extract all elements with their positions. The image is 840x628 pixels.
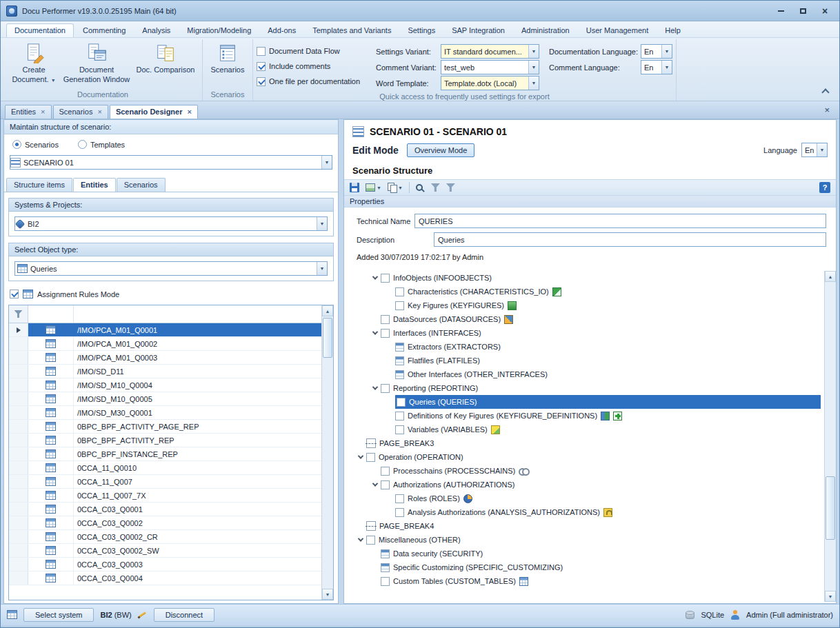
- ribbon-tab-administration[interactable]: Administration: [514, 24, 577, 37]
- tree-item-roles-roles[interactable]: Roles (ROLES): [348, 492, 823, 505]
- ribbon-tab-settings[interactable]: Settings: [400, 24, 443, 37]
- checkbox-icon[interactable]: [10, 290, 19, 298]
- ribbon-tab-user-management[interactable]: User Management: [579, 24, 657, 37]
- scroll-down-icon[interactable]: ▼: [825, 591, 836, 602]
- expander-icon[interactable]: [370, 331, 381, 335]
- comment-variant-combo[interactable]: test_web▼: [441, 60, 539, 74]
- documentation-language-combo[interactable]: En▼: [641, 44, 672, 59]
- table-row[interactable]: /IMO/SD_M10_Q0004: [9, 378, 321, 392]
- disconnect-button[interactable]: Disconnect: [154, 608, 214, 622]
- checkbox-icon[interactable]: [395, 287, 404, 296]
- expander-icon[interactable]: [370, 276, 381, 280]
- table-row[interactable]: 0CCA_C03_Q0002_SW: [9, 544, 321, 558]
- checkbox-icon[interactable]: [366, 453, 375, 462]
- tree-item-operation-operation[interactable]: Operation (OPERATION): [348, 450, 823, 464]
- chevron-down-icon[interactable]: ▼: [661, 61, 672, 74]
- ribbon-tab-sap-integration[interactable]: SAP Integration: [444, 24, 512, 37]
- assignment-rules-checkbox[interactable]: Assignment Rules Mode: [8, 287, 334, 305]
- left-tab-entities[interactable]: Entities: [73, 178, 116, 192]
- language-combo[interactable]: En ▼: [801, 143, 828, 157]
- table-row[interactable]: /IMO/SD_M10_Q0005: [9, 392, 321, 406]
- minimize-button[interactable]: [774, 6, 787, 17]
- close-tab-icon[interactable]: ×: [41, 108, 45, 116]
- tree-item-data-security-security[interactable]: Data security (SECURITY): [348, 547, 823, 560]
- left-tab-scenarios[interactable]: Scenarios: [117, 178, 166, 192]
- checkbox-icon[interactable]: [381, 329, 390, 338]
- search-icon[interactable]: [416, 184, 423, 191]
- tree-item-other-interfaces-other-interfaces[interactable]: Other Interfaces (OTHER_INTERFACES): [348, 367, 823, 381]
- table-row[interactable]: /IMO/SD_D11: [9, 365, 321, 378]
- checkbox-icon[interactable]: [381, 315, 390, 324]
- close-button[interactable]: ×: [819, 6, 831, 17]
- checkbox-icon[interactable]: [381, 384, 390, 393]
- checkbox-icon[interactable]: [395, 425, 404, 434]
- ribbon-tab-documentation[interactable]: Documentation: [6, 23, 74, 37]
- help-icon[interactable]: ?: [819, 182, 830, 193]
- tree-item-reporting-reporting[interactable]: Reporting (REPORTING): [348, 381, 823, 395]
- checkbox-icon[interactable]: [257, 62, 266, 71]
- scroll-down-icon[interactable]: ▼: [322, 589, 333, 600]
- filter-icon[interactable]: [431, 183, 440, 192]
- radio-scenarios[interactable]: Scenarios: [12, 140, 59, 149]
- tree-item-processchains-processchains[interactable]: Processchains (PROCESSCHAINS): [348, 464, 823, 478]
- word-template-combo[interactable]: Template.dotx (Local)▼: [441, 76, 539, 90]
- checkbox-icon[interactable]: [381, 274, 390, 283]
- table-row[interactable]: /IMO/SD_M30_Q0001: [9, 406, 321, 420]
- checkbox-icon[interactable]: [381, 577, 390, 586]
- chevron-down-icon[interactable]: ▼: [321, 156, 332, 169]
- table-row[interactable]: 0BPC_BPF_ACTIVITY_REP: [9, 434, 321, 447]
- chevron-down-icon[interactable]: ▼: [317, 262, 327, 275]
- tree-item-definitions-of-key-figures-keyfigure-definitions[interactable]: Definitions of Key Figures (KEYFIGURE_DE…: [348, 409, 823, 423]
- scenarios-button[interactable]: Scenarios: [206, 41, 249, 77]
- radio-icon[interactable]: [78, 140, 87, 149]
- radio-icon[interactable]: [12, 140, 21, 149]
- collapse-ribbon-chevron-icon[interactable]: [821, 88, 829, 96]
- ribbon-checkbox-document-data-flow[interactable]: Document Data Flow: [257, 43, 370, 59]
- tree-item-infoobjects-infoobjects[interactable]: InfoObjects (INFOOBJECTS): [348, 271, 823, 285]
- tree-item-flatfiles-flatfiles[interactable]: Flatfiles (FLATFILES): [348, 354, 823, 367]
- export-image-button[interactable]: ▼: [366, 183, 381, 192]
- document-tab-scenario-designer[interactable]: Scenario Designer×: [110, 105, 198, 119]
- tree-item-specific-customizing-specific-customizing[interactable]: Specific Customizing (SPECIFIC_CUSTOMIZI…: [348, 560, 823, 574]
- table-row[interactable]: 0CCA_C03_Q0002: [9, 516, 321, 530]
- tree-item-analysis-authorizations-analysis-authorizations[interactable]: Analysis Authorizations (ANALYSIS_AUTHOR…: [348, 505, 823, 519]
- panel-close-icon[interactable]: ×: [819, 105, 835, 117]
- description-field[interactable]: [434, 232, 826, 247]
- tree-item-authorizations-authorizations[interactable]: Authorizations (AUTHORIZATIONS): [348, 478, 823, 492]
- doc-comparison-button[interactable]: Doc. Comparison: [132, 41, 199, 77]
- expander-icon[interactable]: [355, 455, 366, 459]
- close-tab-icon[interactable]: ×: [97, 108, 101, 116]
- checkbox-icon[interactable]: [397, 398, 406, 407]
- expander-icon[interactable]: [355, 538, 366, 542]
- chevron-down-icon[interactable]: ▼: [817, 143, 827, 156]
- checkbox-icon[interactable]: [381, 467, 390, 476]
- tree-item-custom-tables-custom-tables[interactable]: Custom Tables (CUSTOM_TABLES): [348, 574, 823, 588]
- system-combo[interactable]: BI2 ▼: [14, 216, 328, 231]
- document-generation-window-button[interactable]: Document Generation Window: [61, 41, 132, 87]
- tree-item-queries-queries[interactable]: Queries (QUERIES): [348, 395, 823, 409]
- tree-item-extractors-extractors[interactable]: Extractors (EXTRACTORS): [348, 340, 823, 354]
- table-row[interactable]: /IMO/PCA_M01_Q0001: [9, 323, 321, 337]
- clear-filter-icon[interactable]: [446, 183, 455, 192]
- panel-splitter[interactable]: [339, 119, 343, 604]
- overview-mode-button[interactable]: Overview Mode: [407, 143, 474, 157]
- ribbon-checkbox-one-file-per-documentation[interactable]: One file per documentation: [257, 74, 370, 89]
- expander-icon[interactable]: [370, 483, 381, 487]
- tree-item-page-break4[interactable]: PAGE_BREAK4: [348, 519, 823, 533]
- table-row[interactable]: /IMO/PCA_M01_Q0003: [9, 351, 321, 365]
- restore-button[interactable]: [797, 6, 809, 17]
- table-row[interactable]: 0CCA_C03_Q0004: [9, 571, 321, 585]
- close-tab-icon[interactable]: ×: [187, 108, 191, 116]
- scrollbar-thumb[interactable]: [826, 476, 835, 540]
- tree-item-variables-variables[interactable]: Variables (VARIABLES): [348, 423, 823, 436]
- ribbon-tab-commenting[interactable]: Commenting: [75, 24, 133, 37]
- copy-button[interactable]: ▼: [388, 183, 403, 192]
- grid-scrollbar[interactable]: ▲ ▼: [321, 305, 333, 600]
- tree-item-key-figures-keyfigures[interactable]: Key Figures (KEYFIGURES): [348, 298, 823, 312]
- tree-item-characteristics-characteristics-io[interactable]: Characteristics (CHARACTERISTICS_IO): [348, 285, 823, 298]
- table-row[interactable]: 0CCA_C03_Q0001: [9, 503, 321, 516]
- chevron-down-icon[interactable]: ▼: [317, 217, 327, 230]
- scenario-combo[interactable]: SCENARIO 01 ▼: [10, 155, 332, 170]
- chevron-down-icon[interactable]: ▼: [528, 61, 539, 74]
- document-tab-entities[interactable]: Entities×: [5, 105, 52, 119]
